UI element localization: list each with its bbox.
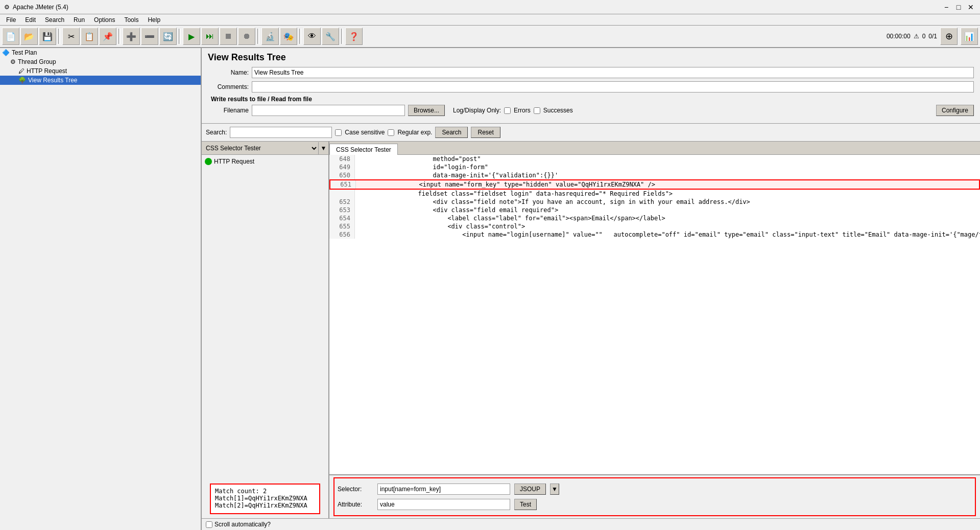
code-line-653: 653 <div class="field email required"> (329, 206, 980, 214)
menu-run[interactable]: Run (69, 15, 89, 25)
scroll-auto-checkbox[interactable] (206, 521, 212, 528)
app-icon: ⚙ (4, 4, 10, 11)
selector-header: CSS Selector Tester ▼ (202, 142, 328, 155)
code-line-656: 656 <input name="login[username]" value=… (329, 231, 980, 239)
tab-css-selector-tester[interactable]: CSS Selector Tester (329, 144, 398, 155)
shutdown-btn[interactable]: ⏺ (238, 28, 255, 45)
status-icon (205, 158, 212, 165)
errors-label: Errors (514, 107, 531, 114)
scroll-auto-label: Scroll automatically? (214, 521, 271, 528)
view-results-label: View Results Tree (28, 77, 78, 84)
menu-options[interactable]: Options (90, 15, 119, 25)
play-no-pause-btn[interactable]: ⏭ (201, 28, 219, 45)
search-label: Search: (206, 129, 227, 136)
filename-label: Filename (208, 107, 249, 114)
http-request-node[interactable]: HTTP Request (204, 157, 326, 166)
jsoup-dropdown-arrow[interactable]: ▼ (550, 483, 559, 495)
menu-search[interactable]: Search (41, 15, 68, 25)
help-btn[interactable]: ❓ (345, 28, 363, 45)
menu-tools[interactable]: Tools (120, 15, 142, 25)
browse-button[interactable]: Browse... (408, 105, 445, 116)
test-plan-label: Test Plan (12, 49, 37, 56)
sep4 (257, 29, 259, 44)
log-display-label: Log/Display Only: (453, 107, 501, 114)
titlebar: ⚙ Apache JMeter (5.4) − □ ✕ (0, 0, 980, 14)
attribute-field-label: Attribute: (338, 501, 373, 508)
options-btn[interactable]: 🔧 (322, 28, 339, 45)
template-btn[interactable]: 🎭 (280, 28, 297, 45)
thread-group-label: Thread Group (18, 58, 56, 65)
stop-btn[interactable]: ⏹ (220, 28, 237, 45)
filename-input[interactable] (252, 105, 405, 116)
selector-arrow-btn[interactable]: ▼ (318, 142, 328, 154)
errors-checkbox[interactable] (504, 107, 511, 114)
remote-engines-btn[interactable]: ⊕ (940, 28, 958, 45)
regular-exp-checkbox[interactable] (388, 129, 394, 136)
name-input[interactable] (252, 67, 974, 78)
menu-help[interactable]: Help (144, 15, 164, 25)
jsoup-button[interactable]: JSOUP (514, 483, 546, 495)
menubar: File Edit Search Run Options Tools Help (0, 14, 980, 26)
menu-edit[interactable]: Edit (21, 15, 40, 25)
open-btn[interactable]: 📂 (20, 28, 38, 45)
tree-http-request[interactable]: 🖊 HTTP Request (0, 66, 201, 76)
remove-btn[interactable]: ➖ (141, 28, 158, 45)
log-btn[interactable]: 📊 (961, 28, 978, 45)
match-results-area: Match count: 2 Match[1]=QqHYi1rxEKmZ9NXA… (202, 479, 328, 518)
error-count: 0 (922, 33, 926, 40)
add-btn[interactable]: ➕ (123, 28, 140, 45)
script-btn[interactable]: 🔬 (261, 28, 279, 45)
search-button[interactable]: Search (435, 127, 468, 138)
test-button[interactable]: Test (514, 499, 537, 510)
successes-label: Successes (543, 107, 573, 114)
code-line-650: 650 data-mage-init='{"validation":{}}' (329, 171, 980, 179)
save-btn[interactable]: 💾 (39, 28, 56, 45)
http-request-icon: 🖊 (18, 67, 25, 75)
bottom-area: Selector: JSOUP ▼ Attribute: Test (329, 474, 980, 518)
configure-button[interactable]: Configure (936, 105, 974, 116)
selector-field-input[interactable] (377, 483, 510, 495)
paste-btn[interactable]: 📌 (99, 28, 116, 45)
play-btn[interactable]: ▶ (183, 28, 200, 45)
search-input[interactable] (230, 127, 332, 138)
match-count: Match count: 2 (215, 488, 315, 495)
new-btn[interactable]: 📄 (2, 28, 19, 45)
menu-file[interactable]: File (2, 15, 20, 25)
code-line-648: 648 method="post" (329, 155, 980, 163)
panel-title: View Results Tree (208, 52, 974, 63)
content-area: CSS Selector Tester ▼ HTTP Request Match… (202, 142, 980, 518)
sep6 (341, 29, 343, 44)
match-1: Match[1]=QqHYi1rxEKmZ9NXA (215, 495, 315, 502)
close-button[interactable]: ✕ (966, 2, 976, 12)
tree-view-results-tree[interactable]: 🌳 View Results Tree (0, 76, 201, 85)
warning-icon: ⚠ (914, 33, 919, 40)
selector-tree: HTTP Request (202, 155, 328, 479)
search-bar: Search: Case sensitive Regular exp. Sear… (202, 124, 980, 142)
http-request-label: HTTP Request (27, 67, 67, 75)
thread-group-icon: ⚙ (10, 58, 16, 65)
code-content[interactable]: 648 method="post" 649 id="login-form" 65… (329, 155, 980, 474)
successes-checkbox[interactable] (534, 107, 540, 114)
case-sensitive-label: Case sensitive (345, 129, 385, 136)
reset-button[interactable]: Reset (471, 127, 500, 138)
case-sensitive-checkbox[interactable] (335, 129, 342, 136)
tree-thread-group[interactable]: ⚙ Thread Group (0, 57, 201, 66)
sep2 (118, 29, 121, 44)
title-controls[interactable]: − □ ✕ (941, 2, 976, 12)
copy-btn[interactable]: 📋 (81, 28, 98, 45)
maximize-button[interactable]: □ (953, 2, 964, 12)
cut-btn[interactable]: ✂ (62, 28, 80, 45)
comments-input[interactable] (252, 81, 974, 93)
match-result-box: Match count: 2 Match[1]=QqHYi1rxEKmZ9NXA… (210, 483, 320, 514)
selector-row: Selector: JSOUP ▼ (338, 481, 972, 497)
tree-test-plan[interactable]: 🔷 Test Plan (0, 48, 201, 57)
write-results-label: Write results to file / Read from file (208, 96, 974, 103)
remote-btn[interactable]: 👁 (303, 28, 321, 45)
comments-label: Comments: (208, 83, 249, 90)
selector-dropdown[interactable]: CSS Selector Tester (202, 142, 318, 154)
main-container: 🔷 Test Plan ⚙ Thread Group 🖊 HTTP Reques… (0, 48, 980, 530)
refresh-btn[interactable]: 🔄 (159, 28, 177, 45)
sep5 (299, 29, 301, 44)
attribute-field-input[interactable] (377, 499, 510, 510)
minimize-button[interactable]: − (941, 2, 951, 12)
